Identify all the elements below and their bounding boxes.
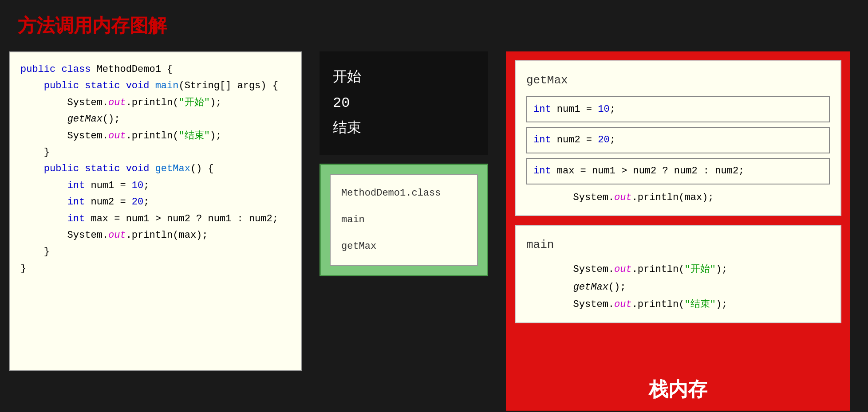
class-method-main: main bbox=[341, 210, 466, 230]
getmax-println: System.out.println(max); bbox=[526, 189, 830, 207]
main-getmax-call: getMax(); bbox=[526, 279, 830, 296]
class-inner: MethodDemo1.class main getMax bbox=[330, 174, 478, 266]
code-line-12: int num1 = 10; bbox=[20, 177, 290, 194]
main-println-end: System.out.println("结束"); bbox=[526, 296, 830, 314]
code-line-3: System.out.println("开始"); bbox=[20, 94, 290, 111]
output-line-1: 开始 bbox=[333, 65, 475, 90]
code-line-18: System.out.println(max); bbox=[20, 227, 290, 243]
class-file-box: MethodDemo1.class main getMax bbox=[320, 164, 488, 276]
code-line-2: public static void main(String[] args) { bbox=[20, 78, 290, 94]
middle-column: 开始 20 结束 MethodDemo1.class main getMax bbox=[320, 51, 488, 276]
code-line-7: System.out.println("结束"); bbox=[20, 128, 290, 144]
main-layout: public class MethodDemo1 { public static… bbox=[0, 47, 868, 412]
main-frame: main System.out.println("开始"); getMax();… bbox=[515, 225, 841, 323]
code-line-16: int max = num1 > num2 ? num1 : num2; bbox=[20, 211, 290, 227]
code-line-5: getMax(); bbox=[20, 111, 290, 127]
code-line-20: } bbox=[20, 260, 290, 277]
var-max: int max = num1 > num2 ? num2 : num2; bbox=[526, 158, 830, 184]
code-line-11: public static void getMax() { bbox=[20, 161, 290, 177]
code-panel: public class MethodDemo1 { public static… bbox=[9, 51, 302, 371]
code-line-1: public class MethodDemo1 { bbox=[20, 61, 290, 78]
stack-memory-panel: getMax int num1 = 10; int num2 = 20; int… bbox=[506, 51, 850, 411]
output-line-2: 20 bbox=[333, 90, 475, 116]
stack-label: 栈内存 bbox=[506, 377, 850, 403]
var-num1: int num1 = 10; bbox=[526, 96, 830, 123]
code-line-8: } bbox=[20, 144, 290, 161]
class-method-getmax: getMax bbox=[341, 237, 466, 256]
main-println-start: System.out.println("开始"); bbox=[526, 261, 830, 279]
page-title: 方法调用内存图解 bbox=[0, 0, 868, 47]
getmax-frame-title: getMax bbox=[526, 70, 830, 91]
output-terminal: 开始 20 结束 bbox=[320, 51, 488, 155]
class-filename: MethodDemo1.class bbox=[341, 184, 466, 203]
code-line-14: int num2 = 20; bbox=[20, 194, 290, 210]
main-frame-title: main bbox=[526, 235, 830, 255]
getmax-frame: getMax int num1 = 10; int num2 = 20; int… bbox=[515, 60, 841, 216]
output-line-3: 结束 bbox=[333, 116, 475, 141]
var-num2: int num2 = 20; bbox=[526, 127, 830, 153]
code-line-19: } bbox=[20, 243, 290, 260]
